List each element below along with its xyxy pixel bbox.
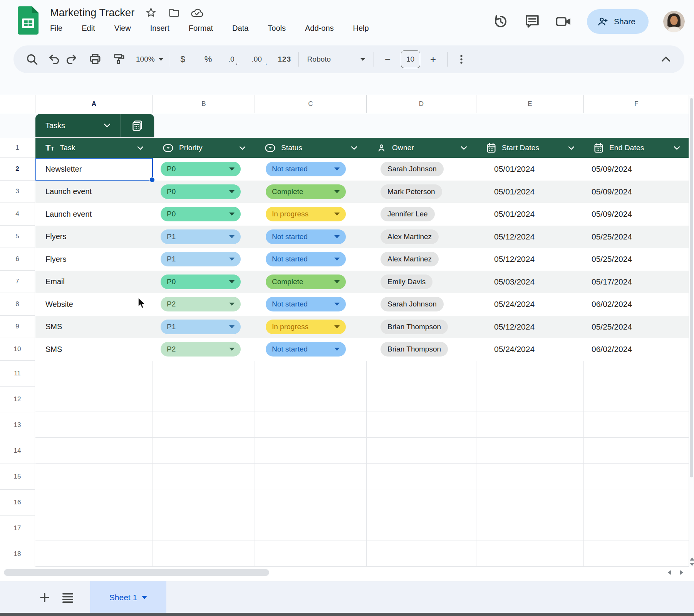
empty-cell[interactable] (153, 438, 255, 463)
priority-cell[interactable]: P1 (153, 316, 255, 338)
column-header-letter-a[interactable]: A (35, 95, 153, 113)
selected-cell-outline[interactable] (35, 158, 153, 181)
empty-cell[interactable] (153, 386, 255, 412)
owner-chip[interactable]: Alex Martinez (381, 252, 439, 266)
priority-chip[interactable]: P2 (161, 297, 241, 311)
dropdown-triangle-icon[interactable] (334, 167, 340, 171)
table-name-chip[interactable]: Tasks (35, 114, 154, 137)
scroll-down-arrow[interactable] (690, 563, 694, 566)
end-date-cell[interactable]: 05/25/2024 (584, 226, 689, 248)
dropdown-triangle-icon[interactable] (334, 258, 340, 261)
status-chip[interactable]: Not started (266, 297, 346, 311)
status-cell[interactable]: Not started (255, 158, 367, 181)
start-date-cell[interactable]: 05/12/2024 (476, 316, 584, 338)
status-cell[interactable]: In progress (255, 316, 367, 338)
dropdown-triangle-icon[interactable] (334, 280, 340, 283)
version-history-icon[interactable] (492, 13, 509, 30)
empty-row[interactable] (35, 360, 689, 386)
empty-cell[interactable] (367, 489, 476, 515)
priority-chip[interactable]: P2 (161, 342, 241, 357)
start-date-cell[interactable]: 05/01/2024 (476, 203, 584, 226)
start-date-cell[interactable]: 05/24/2024 (476, 338, 584, 361)
undo-icon[interactable] (46, 50, 63, 69)
status-chip[interactable]: Not started (266, 229, 346, 244)
increase-font-size-button[interactable]: + (425, 50, 442, 69)
star-icon[interactable] (144, 6, 158, 19)
status-chip[interactable]: Not started (266, 162, 346, 176)
sheets-logo[interactable] (18, 6, 39, 36)
redo-icon[interactable] (63, 50, 80, 69)
table-row[interactable]: SMS P2 Not started Brian Thompson 05/24/… (35, 338, 689, 361)
user-avatar[interactable] (663, 11, 685, 32)
priority-chip[interactable]: P0 (161, 207, 241, 221)
priority-cell[interactable]: P0 (153, 203, 255, 226)
number-format-button[interactable]: 123 (276, 50, 293, 69)
menu-help[interactable]: Help (353, 24, 369, 33)
dropdown-triangle-icon[interactable] (334, 303, 340, 306)
status-chip[interactable]: Not started (266, 252, 346, 266)
end-date-cell[interactable]: 05/09/2024 (584, 158, 689, 181)
dropdown-triangle-icon[interactable] (229, 167, 235, 171)
priority-cell[interactable]: P2 (153, 293, 255, 316)
task-cell[interactable]: Flyers (35, 226, 153, 248)
status-cell[interactable]: Complete (255, 271, 367, 293)
empty-cell[interactable] (153, 464, 255, 489)
row-header-14[interactable]: 14 (0, 438, 35, 464)
empty-cell[interactable] (367, 386, 476, 412)
collapse-toolbar-icon[interactable] (657, 50, 674, 69)
table-row[interactable]: SMS P1 In progress Brian Thompson 05/12/… (35, 316, 689, 338)
dropdown-triangle-icon[interactable] (334, 348, 340, 351)
owner-chip[interactable]: Mark Peterson (381, 184, 442, 199)
empty-cell[interactable] (476, 360, 584, 386)
all-sheets-icon[interactable] (59, 581, 77, 613)
priority-chip[interactable]: P1 (161, 229, 241, 244)
dropdown-triangle-icon[interactable] (229, 348, 235, 351)
owner-chip[interactable]: Sarah Johnson (381, 297, 444, 311)
empty-row[interactable] (35, 386, 689, 412)
menu-tools[interactable]: Tools (268, 24, 286, 33)
empty-cell[interactable] (584, 386, 689, 412)
empty-cell[interactable] (584, 489, 689, 515)
sheet-menu-triangle-icon[interactable] (142, 596, 147, 599)
end-date-cell[interactable]: 06/02/2024 (584, 338, 689, 361)
start-date-cell[interactable]: 05/12/2024 (476, 248, 584, 271)
end-date-cell[interactable]: 06/02/2024 (584, 293, 689, 316)
dropdown-triangle-icon[interactable] (229, 235, 235, 238)
end-date-cell[interactable]: 05/25/2024 (584, 248, 689, 271)
task-cell[interactable]: Launch event (35, 203, 153, 226)
empty-cell[interactable] (476, 515, 584, 541)
empty-cell[interactable] (153, 412, 255, 437)
status-cell[interactable]: Not started (255, 338, 367, 361)
empty-row[interactable] (35, 515, 689, 541)
empty-cell[interactable] (476, 438, 584, 463)
task-cell[interactable]: SMS (35, 338, 153, 361)
row-header-11[interactable]: 11 (0, 361, 35, 387)
dropdown-triangle-icon[interactable] (229, 190, 235, 193)
empty-cell[interactable] (584, 464, 689, 489)
status-cell[interactable]: Not started (255, 248, 367, 271)
empty-cell[interactable] (367, 541, 476, 566)
table-row[interactable]: Flyers P1 Not started Alex Martinez 05/1… (35, 248, 689, 271)
scroll-right-arrow[interactable] (680, 570, 683, 575)
start-date-cell[interactable]: 05/24/2024 (476, 293, 584, 316)
comments-icon[interactable] (524, 13, 541, 30)
status-chip[interactable]: Complete (266, 275, 346, 289)
empty-cell[interactable] (35, 438, 153, 463)
owner-cell[interactable]: Mark Peterson (367, 181, 476, 203)
column-header-letter-d[interactable]: D (367, 95, 476, 113)
dropdown-triangle-icon[interactable] (229, 303, 235, 306)
menu-edit[interactable]: Edit (82, 24, 95, 33)
owner-cell[interactable]: Sarah Johnson (367, 158, 476, 181)
dropdown-triangle-icon[interactable] (229, 280, 235, 283)
owner-chip[interactable]: Jennifer Lee (381, 207, 435, 221)
column-header-letter-b[interactable]: B (153, 95, 255, 113)
row-header-6[interactable]: 6 (0, 248, 35, 271)
column-header-end-dates[interactable]: End Dates (584, 138, 689, 158)
empty-cell[interactable] (476, 489, 584, 515)
start-date-cell[interactable]: 05/01/2024 (476, 181, 584, 203)
row-header-4[interactable]: 4 (0, 203, 35, 226)
status-cell[interactable]: Not started (255, 293, 367, 316)
document-title[interactable]: Marketing Tracker (50, 7, 134, 19)
priority-chip[interactable]: P0 (161, 162, 241, 176)
font-family-select[interactable]: Roboto (304, 50, 368, 69)
